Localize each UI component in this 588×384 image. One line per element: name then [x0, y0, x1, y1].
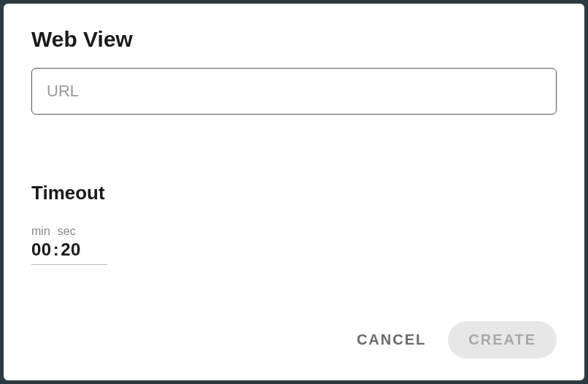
- seconds-label: sec: [58, 225, 76, 238]
- minutes-value[interactable]: 00: [31, 239, 52, 259]
- timeout-picker[interactable]: min sec 00:20: [31, 225, 107, 265]
- timeout-section: Timeout min sec 00:20: [31, 182, 557, 265]
- seconds-value[interactable]: 20: [61, 239, 81, 259]
- web-view-dialog: Web View Timeout min sec 00:20 CANCEL CR…: [4, 4, 584, 380]
- create-button[interactable]: CREATE: [448, 321, 557, 358]
- time-separator: :: [53, 239, 60, 259]
- url-input[interactable]: [31, 68, 557, 115]
- time-labels: min sec: [31, 225, 107, 238]
- timeout-title: Timeout: [31, 182, 557, 204]
- time-values: 00:20: [31, 239, 107, 260]
- cancel-button[interactable]: CANCEL: [357, 331, 426, 348]
- dialog-title: Web View: [31, 27, 557, 52]
- minutes-label: min: [31, 225, 50, 238]
- dialog-actions: CANCEL CREATE: [31, 321, 557, 358]
